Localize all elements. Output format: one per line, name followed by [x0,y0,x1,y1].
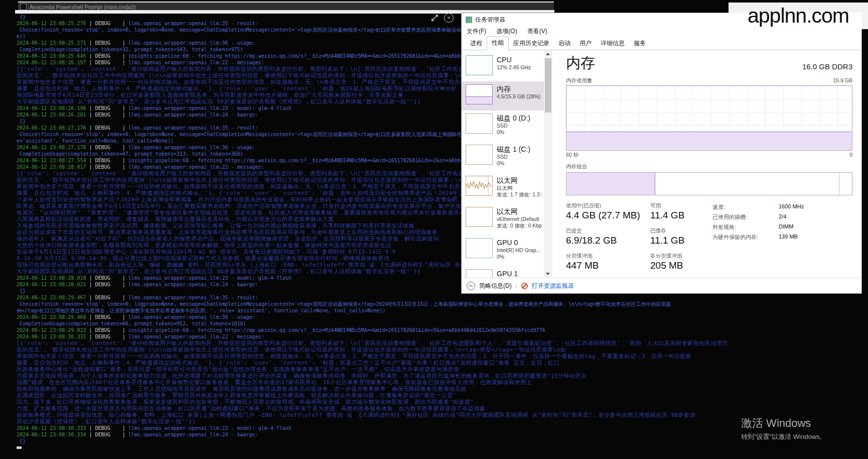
sidebar-scrollbar[interactable] [544,50,552,278]
stat-value: 4.4 GB (27.7 MB) [566,210,650,221]
log-timestamp: 2024-06-12 23:08:30.333 [17,425,86,431]
detail-value: DIMM [779,223,793,231]
stat-value: 6.9/18.2 GB [566,235,650,246]
memory-title: 内存 [497,84,540,93]
log-message: llms.openai_wrapper:openai_llm:24 - kwar… [128,282,258,287]
tab-进程[interactable]: 进程 [466,37,487,50]
perf-sidebar-vethernet[interactable]: 以太网vEthernet (Default .发送: 0 接收: 0 Kbp [462,204,544,235]
memory-stats: 使用中(已压缩)4.4 GB (27.7 MB)已提交6.9/18.2 GB分页… [566,202,861,271]
gpu0-sub: 0% [497,254,541,260]
close-circle-icon[interactable]: × [444,13,454,23]
gpu1-thumbnail [466,269,493,278]
menu-item[interactable]: 文件(F) [467,27,486,36]
tab-性能[interactable]: 性能 [487,36,509,50]
perf-sidebar-disk1[interactable]: 磁盘 1 (C:)SSD0% [462,142,544,173]
tab-应用历史记录[interactable]: 应用历史记录 [509,37,554,50]
tab-服务[interactable]: 服务 [629,37,650,50]
scroll-down-icon[interactable] [546,273,550,275]
log-message: llms.openai_wrapper:openai_llm:23 - mode… [128,425,292,431]
terminal-cursor [17,446,22,449]
log-level: | DEBUG | [86,282,128,287]
menu-item[interactable]: 查看(V) [527,27,547,36]
summary-toggle[interactable]: 简略信息(D) [479,282,512,290]
resize-arrows-icon[interactable] [430,14,439,22]
terminal-cjk-line: 摘要，且仅包含时间、地点、人物和事件；4、严格遵循指定的格式输出。'}, {'r… [17,360,868,366]
performance-body: CPU12% 2.45 GHz内存4.5/15.9 GB (28%)磁盘 0 (… [462,50,861,278]
site-watermark: applnn.com [729,3,868,29]
tab-详细信息[interactable]: 详细信息 [596,37,629,50]
scrollbar-thumb[interactable] [545,58,551,112]
gpu0-labels: GPU 0Intel(R) HD Grap...0% [497,238,541,260]
task-manager-icon [466,17,472,23]
disk0-thumbnail [466,113,493,134]
task-manager-window: 任务管理器 —□× 文件(F)选项(O)查看(V) 进程性能应用历史记录启动用户… [461,13,862,294]
resource-monitor-icon [521,283,528,289]
detail-value: 2/4 [779,213,786,221]
perf-sidebar-disk0[interactable]: 磁盘 0 (D:)SSD0% [462,110,544,142]
terminal-code-line: 例</tag>虹口江湾地区通过举办老博会，让居民体验数字化技术在养老服务中的应用… [17,307,868,314]
log-level: | DEBUG | [86,60,128,65]
menu-item[interactable]: 选项(O) [496,27,517,36]
perf-sidebar-gpu0[interactable]: GPU 0Intel(R) HD Grap...0% [462,235,544,266]
perf-sidebar-gpu1[interactable]: GPU 1 [462,266,544,278]
log-timestamp: 2024-06-12 23:08:30.331 [17,334,86,339]
performance-sidebar: CPU12% 2.45 GHz内存4.5/15.9 GB (28%)磁盘 0 (… [462,50,544,278]
stat-label: 已缓存 [650,227,709,235]
vethernet-sub: vEthernet (Default . [497,216,542,222]
perf-sidebar-ethernet[interactable]: 以太网以太网发送: 1.7 接收: 1.3 Kbps [462,173,544,204]
log-timestamp: 2024-06-12 23:08:26.201 [17,112,86,118]
log-timestamp: 2024-06-12 23:08:27.176 [17,125,86,131]
tab-用户[interactable]: 用户 [575,37,596,50]
activate-windows-title: 激活 Windows [741,417,821,430]
log-level: | DEBUG | [86,145,128,150]
terminal-cjk-line: 果新闻中包含多个信息，请逐一分析并按照一一对应的格式输出。如果新闻不涉及任何类型… [17,353,868,360]
disk0-sub: 0% [497,129,530,136]
memory-sub: 4.5/15.9 GB (28%) [497,93,540,100]
panel-title: 内存 [566,53,595,73]
task-manager-footer: 简略信息(D) | 打开资源监视器 [462,278,861,293]
terminal-cjk-line: 指南和视频教程，确保办事居民能够快速上手，工作人员现场指导居民操作，将居民反馈的… [17,386,868,392]
stat-group: 已缓存11.1 GB [650,227,709,246]
ethernet-sub: 发送: 1.7 接收: 1.3 Kbps [497,191,542,198]
disk1-sub: SSD [497,154,530,160]
log-level: | DEBUG | [86,327,128,333]
composition-label: 内存组合 [566,163,861,170]
terminal-cjk-line: 面的意见'，'数字化技术在社区工作中的应用案例']\n\n如果新闻中包含上述任何… [17,347,868,353]
detail-row: 速度:1600 MHz [712,203,804,211]
memory-total: 16.0 GB DDR3 [802,62,852,73]
gpu1-labels: GPU 1 [497,269,518,278]
terminal-log-line: 2024-06-12 23:08:29.823 | DEBUG | insigh… [17,327,868,333]
terminal-cjk-line: 原创沪语视频《挖呀挖》，虹口老年人这样体验"数字生活第一线"'}] [17,418,868,425]
screen: Anaconda Powershell Prompt (miniconda3) … [0,0,868,459]
footer-divider: | [516,282,517,289]
log-message: llms.openai_wrapper:openai_llm:36 - usag… [128,40,255,46]
perf-sidebar-memory[interactable]: 内存4.5/15.9 GB (28%) [462,81,544,110]
gpu0-title: GPU 0 [497,238,541,247]
stat-column: 使用中(已压缩)4.4 GB (27.7 MB)已提交6.9/18.2 GB分页… [566,202,650,271]
task-manager-title: 任务管理器 [475,16,505,24]
log-timestamp: 2024-06-12 23:08:28.017 [17,164,86,170]
stat-label: 已提交 [566,227,650,235]
tab-bar: 进程性能应用历史记录启动用户详细信息服务 [462,37,861,50]
tab-启动[interactable]: 启动 [554,37,575,50]
log-level: | DEBUG | [86,125,128,131]
scroll-up-icon[interactable] [546,53,550,55]
stat-label: 分页缓冲池 [566,253,650,260]
stat-value: 11.1 GB [650,235,709,246]
cpu-labels: CPU12% 2.45 GHz [497,55,531,71]
cpu-thumbnail [466,55,493,75]
log-message: llms.openai_wrapper:openai_llm:35 - resu… [128,125,258,131]
log-timestamp: 2024-06-12 23:08:26.198 [17,105,86,111]
detail-label: 外形规格: [712,223,779,231]
terminal-log-line: 2024-06-12 23:08:30.333 | DEBUG | llms.o… [17,425,868,431]
composition-in-use-segment [566,173,655,195]
scale-min-label: 0 [849,152,852,159]
resource-monitor-link[interactable]: 打开资源监视器 [532,282,574,290]
perf-sidebar-cpu[interactable]: CPU12% 2.45 GHz [462,52,544,81]
log-message: llms.openai_wrapper:openai_llm:23 - mode… [128,105,292,111]
vethernet-thumbnail [466,207,493,227]
log-level: | DEBUG | [86,275,128,281]
collapse-circle-icon[interactable] [467,282,475,290]
log-message: llms.openai_wrapper:openai_llm:35 - resu… [128,21,258,26]
log-timestamp: 2024-06-12 23:08:29.468 [17,314,86,320]
